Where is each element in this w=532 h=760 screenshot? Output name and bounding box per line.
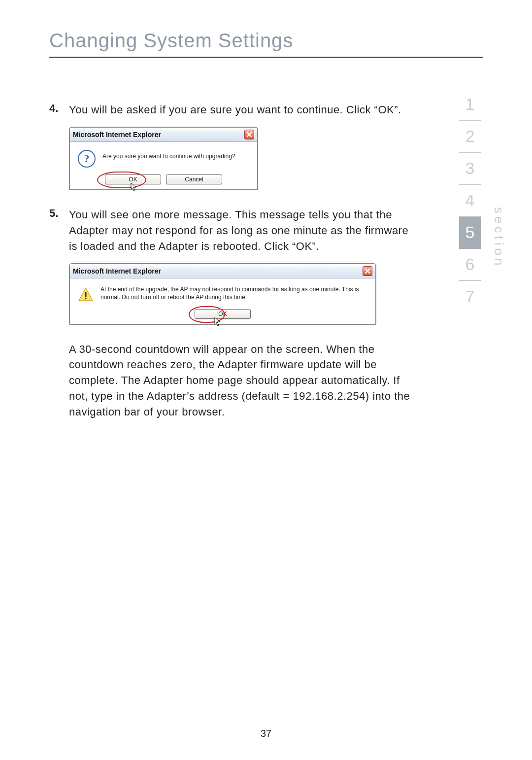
cursor-icon bbox=[131, 182, 138, 192]
section-nav-1[interactable]: 1 bbox=[459, 89, 481, 121]
section-nav-5[interactable]: 5 bbox=[459, 217, 481, 249]
ok-button[interactable]: OK bbox=[195, 309, 251, 319]
section-nav-4[interactable]: 4 bbox=[459, 185, 481, 217]
section-nav-6[interactable]: 6 bbox=[459, 249, 481, 281]
warning-icon bbox=[78, 286, 94, 302]
dialog-message: At the end of the upgrade, the AP may no… bbox=[100, 283, 371, 301]
dialog-title: Microsoft Internet Explorer bbox=[73, 267, 363, 275]
cursor-icon bbox=[214, 317, 222, 327]
page-number: 37 bbox=[0, 728, 532, 739]
close-icon[interactable] bbox=[244, 130, 254, 139]
dialog-confirm-upgrade: Microsoft Internet Explorer ? Are you su… bbox=[69, 127, 258, 190]
svg-rect-1 bbox=[85, 298, 87, 299]
page-title: Changing System Settings bbox=[49, 30, 483, 58]
steps-list: 4. You will be asked if you are sure you… bbox=[49, 102, 483, 420]
dialog-body: At the end of the upgrade, the AP may no… bbox=[70, 278, 375, 324]
step-number: 5. bbox=[49, 207, 69, 254]
close-icon[interactable] bbox=[363, 266, 372, 276]
step-5: 5. You will see one more message. This m… bbox=[49, 207, 483, 254]
step-text: You will see one more message. This mess… bbox=[69, 207, 414, 254]
section-nav-7[interactable]: 7 bbox=[459, 281, 481, 312]
dialog-titlebar: Microsoft Internet Explorer bbox=[70, 128, 257, 142]
dialog-upgrade-warning: Microsoft Internet Explorer At the end o… bbox=[69, 263, 376, 325]
section-nav-2[interactable]: 2 bbox=[459, 121, 481, 153]
dialog-buttons: OK Cancel bbox=[74, 174, 253, 184]
section-label: section bbox=[491, 207, 506, 268]
step-4: 4. You will be asked if you are sure you… bbox=[49, 102, 483, 118]
svg-rect-0 bbox=[85, 292, 87, 297]
question-icon: ? bbox=[78, 150, 96, 168]
dialog-buttons: OK bbox=[74, 309, 371, 319]
section-nav-3[interactable]: 3 bbox=[459, 153, 481, 185]
closing-paragraph: A 30-second countdown will appear on the… bbox=[69, 342, 414, 420]
step-number: 4. bbox=[49, 102, 69, 118]
dialog-body: ? Are you sure you want to continue with… bbox=[70, 142, 257, 189]
page: Changing System Settings 4. You will be … bbox=[0, 0, 532, 760]
dialog-title: Microsoft Internet Explorer bbox=[73, 131, 244, 138]
step-text: You will be asked if you are sure you wa… bbox=[69, 102, 401, 118]
dialog-message: Are you sure you want to continue with u… bbox=[102, 147, 235, 160]
section-nav: 1 2 3 4 5 6 7 bbox=[459, 89, 481, 312]
cancel-button[interactable]: Cancel bbox=[166, 174, 222, 184]
dialog-titlebar: Microsoft Internet Explorer bbox=[70, 264, 375, 278]
